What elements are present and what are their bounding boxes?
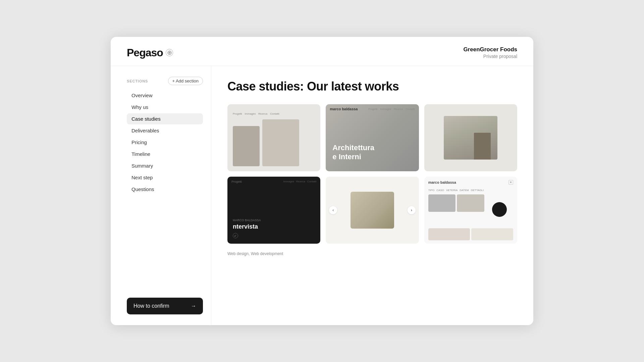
sidebar-item-questions[interactable]: Questions — [127, 184, 203, 195]
body: SECTIONS + Add section Overview Why us C… — [111, 66, 533, 325]
caption-row: Web design, Web development — [227, 250, 517, 256]
card-6-brand: marco baldassa — [428, 180, 456, 184]
carousel-arrow-left[interactable]: ‹ — [329, 206, 337, 214]
how-to-confirm-label: How to confirm — [133, 303, 169, 309]
caption-text: Web design, Web development — [227, 251, 283, 256]
arrow-icon: → — [191, 303, 196, 309]
sidebar-item-overview[interactable]: Overview — [127, 90, 203, 101]
sidebar-item-deliverables[interactable]: Deliverables — [127, 125, 203, 136]
logo-plus-icon: ⊕ — [166, 49, 173, 56]
card-6-thumb-3 — [492, 202, 507, 217]
header: Pegaso ⊕ GreenGrocer Foods Private propo… — [111, 37, 533, 66]
card-5-object — [351, 192, 394, 229]
card-1-image-1 — [233, 126, 260, 166]
card-6-header: marco baldassa ✕ — [428, 180, 513, 185]
proposal-type: Private proposal — [463, 54, 517, 59]
sidebar-item-why-us[interactable]: Why us — [127, 102, 203, 113]
header-right: GreenGrocer Foods Private proposal — [463, 46, 517, 59]
sidebar-item-timeline[interactable]: Timeline — [127, 148, 203, 160]
nav-list: Overview Why us Case studies Deliverable… — [127, 90, 203, 287]
sidebar-item-case-studies[interactable]: Case studies — [127, 113, 203, 124]
card-6-row2-thumb-1 — [428, 228, 470, 240]
card-4-nav: Progetti Immagini Ricerca Contatti — [227, 180, 320, 183]
client-name: GreenGrocer Foods — [463, 46, 517, 53]
case-study-card-6[interactable]: marco baldassa ✕ TIPO CASO VETERIA DATEM… — [424, 177, 517, 244]
case-study-card-1[interactable]: Progetti Immagini Ricerca Contatti — [227, 104, 320, 171]
card-2-background — [326, 104, 419, 171]
card-2-nav: marco baldassa Progetti Immagini Ricerca… — [326, 107, 419, 111]
main-content: Case studies: Our latest works Progetti … — [211, 66, 533, 325]
case-study-card-2[interactable]: marco baldassa Progetti Immagini Ricerca… — [326, 104, 419, 171]
building-shape — [474, 133, 491, 160]
sidebar-item-pricing[interactable]: Pricing — [127, 137, 203, 148]
sidebar-item-next-step[interactable]: Next step — [127, 172, 203, 183]
card-1-image-2 — [262, 119, 299, 166]
case-study-card-3[interactable] — [424, 104, 517, 171]
logo: Pegaso ⊕ — [127, 47, 173, 59]
case-study-card-5[interactable]: ‹ › — [326, 177, 419, 244]
card-6-row2-thumb-2 — [471, 228, 513, 240]
case-studies-grid: Progetti Immagini Ricerca Contatti — [227, 104, 517, 256]
page-title: Case studies: Our latest works — [227, 79, 517, 94]
card-4-title: ntervista — [233, 223, 315, 230]
card-4-icon: ↙ — [233, 233, 238, 238]
app-window: Pegaso ⊕ GreenGrocer Foods Private propo… — [111, 37, 533, 325]
sidebar-item-summary[interactable]: Summary — [127, 160, 203, 171]
card-1-inner — [233, 119, 315, 166]
sidebar: SECTIONS + Add section Overview Why us C… — [111, 66, 211, 325]
card-6-close-icon[interactable]: ✕ — [508, 180, 513, 185]
card-4-brand: MARCO BALDASSA — [233, 219, 315, 222]
case-study-card-4[interactable]: Progetti Immagini Ricerca Contatti MARCO… — [227, 177, 320, 244]
card-2-hero-text: Architetturae Interni — [332, 143, 374, 161]
logo-text: Pegaso — [127, 47, 163, 59]
add-section-button[interactable]: + Add section — [168, 77, 203, 85]
carousel-arrow-right[interactable]: › — [408, 206, 416, 214]
card-6-row2 — [428, 228, 513, 240]
card-6-thumb-2 — [457, 194, 484, 212]
card-3-image — [444, 116, 497, 160]
sections-label: SECTIONS + Add section — [127, 77, 203, 85]
card-6-nav: TIPO CASO VETERIA DATEM DETTAGLI — [428, 189, 513, 192]
card-6-gallery — [428, 194, 513, 224]
how-to-confirm-button[interactable]: How to confirm → — [127, 298, 203, 314]
card-1-nav: Progetti Immagini Ricerca Contatti — [233, 112, 315, 115]
card-6-thumb-1 — [428, 194, 456, 212]
